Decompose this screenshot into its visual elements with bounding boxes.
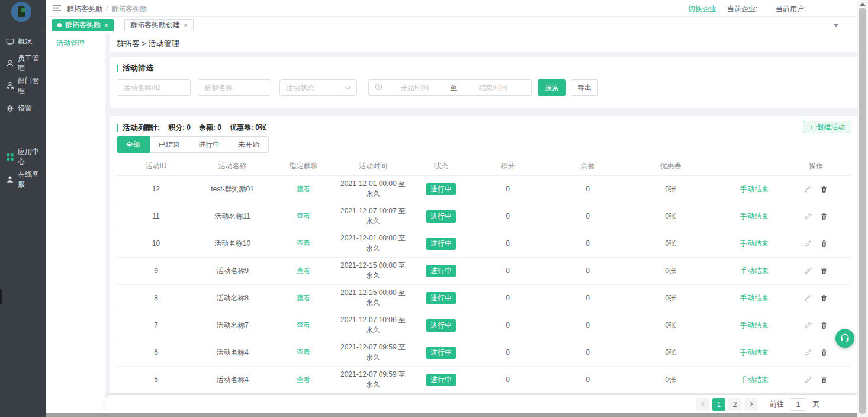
manual-end-link[interactable]: 手动结束 xyxy=(740,211,769,222)
page-button-2[interactable]: 2 xyxy=(728,398,741,411)
table-row: 11 活动名称11 查看 2021-12-07 10:07 至 永久 进行中 0… xyxy=(117,203,850,230)
status-badge: 进行中 xyxy=(426,238,456,250)
tab-all[interactable]: 全部 xyxy=(117,136,150,153)
cell-activity-id: 12 xyxy=(117,175,195,203)
edit-icon[interactable] xyxy=(804,322,812,329)
edit-icon[interactable] xyxy=(804,294,812,302)
col-actions: 操作 xyxy=(708,158,850,175)
table-row: 8 活动名称8 查看 2021-12-15 00:00 至 永久 进行中 0 0… xyxy=(117,284,850,312)
hamburger-icon[interactable] xyxy=(53,4,62,12)
export-button[interactable]: 导出 xyxy=(571,79,598,96)
sidebar-item-online-support[interactable]: 在线客服 xyxy=(0,171,46,188)
edit-icon[interactable] xyxy=(804,240,812,248)
view-group-link[interactable]: 查看 xyxy=(297,267,311,275)
activity-name-input[interactable] xyxy=(117,79,191,96)
goto-page-input[interactable] xyxy=(790,398,806,411)
tab-in-progress[interactable]: 进行中 xyxy=(189,136,229,153)
sidebar-item-staff[interactable]: 员工管理 xyxy=(0,54,46,72)
manual-end-link[interactable]: 手动结束 xyxy=(740,348,769,358)
delete-icon[interactable] xyxy=(820,322,828,329)
col-activity-time: 活动时间 xyxy=(337,158,409,175)
tabs-dropdown-caret-icon[interactable] xyxy=(833,24,839,27)
scroll-up-arrow-icon[interactable] xyxy=(860,2,866,6)
sidebar-item-overview[interactable]: 概况 xyxy=(0,33,46,50)
cell-activity-name: 活动名称4 xyxy=(195,339,269,366)
manual-end-link[interactable]: 手动结束 xyxy=(740,293,769,303)
submenu-item-activity-management[interactable]: 活动管理 xyxy=(56,39,85,49)
date-range-picker[interactable]: 开始时间 至 结束时间 xyxy=(368,79,532,96)
edit-icon[interactable] xyxy=(804,185,812,193)
edge-handle xyxy=(0,289,2,304)
delete-icon[interactable] xyxy=(820,185,828,193)
current-user-label: 当前用户: xyxy=(776,4,806,14)
edit-icon[interactable] xyxy=(804,349,812,357)
delete-icon[interactable] xyxy=(820,349,828,357)
time-end: 永久 xyxy=(337,352,409,363)
prev-page-button[interactable] xyxy=(696,398,709,411)
summary-coupons: 优惠卷: 0张 xyxy=(230,123,266,133)
manual-end-link[interactable]: 手动结束 xyxy=(740,375,769,385)
page-button-1[interactable]: 1 xyxy=(712,398,725,411)
tab-label: 群拓客奖励 xyxy=(65,20,101,30)
breadcrumb: 群拓客奖励/群拓客奖励 xyxy=(67,4,147,14)
tab-ended[interactable]: 已结束 xyxy=(150,136,189,153)
cell-activity-name: 活动名称4 xyxy=(195,366,269,393)
app-logo[interactable] xyxy=(11,2,31,22)
time-start: 2021-12-15 00:00 至 xyxy=(337,288,409,298)
edit-icon[interactable] xyxy=(804,213,812,220)
switch-company-link[interactable]: 切换企业 xyxy=(688,4,716,14)
breadcrumb-root[interactable]: 群拓客奖励 xyxy=(67,5,102,13)
scrollbar-thumb[interactable] xyxy=(859,8,866,414)
create-activity-button[interactable]: + 创建活动 xyxy=(803,121,851,133)
close-icon[interactable]: × xyxy=(104,22,108,29)
table-row: 7 活动名称7 查看 2021-12-07 10:06 至 永久 进行中 0 0… xyxy=(117,312,850,339)
time-start: 2021-12-07 09:59 至 xyxy=(337,342,409,352)
time-start: 2021-12-07 10:06 至 xyxy=(337,315,409,325)
filter-section-header: 活动筛选 xyxy=(117,63,153,73)
cell-points: 0 xyxy=(474,230,542,257)
manual-end-link[interactable]: 手动结束 xyxy=(740,239,769,249)
search-button[interactable]: 搜索 xyxy=(538,79,566,96)
sidebar-item-settings[interactable]: 设置 xyxy=(0,100,46,117)
view-group-link[interactable]: 查看 xyxy=(297,376,311,384)
view-group-link[interactable]: 查看 xyxy=(297,321,311,329)
sidebar-item-app-center[interactable]: 应用中心 xyxy=(0,148,46,166)
delete-icon[interactable] xyxy=(820,213,828,220)
tab-group-reward-create[interactable]: 群拓客奖励创建 × xyxy=(124,19,194,31)
delete-icon[interactable] xyxy=(820,376,828,384)
delete-icon[interactable] xyxy=(820,240,828,248)
view-group-link[interactable]: 查看 xyxy=(297,348,311,357)
cell-points: 0 xyxy=(474,284,542,312)
delete-icon[interactable] xyxy=(820,267,828,275)
next-page-button[interactable] xyxy=(744,398,757,411)
close-icon[interactable]: × xyxy=(184,22,188,29)
sidebar-item-label: 应用中心 xyxy=(18,147,46,167)
tab-not-started[interactable]: 未开始 xyxy=(229,136,269,153)
activity-status-select[interactable]: 活动状态 xyxy=(279,79,357,96)
view-group-link[interactable]: 查看 xyxy=(297,212,311,220)
time-start: 2021-12-01 00:00 至 xyxy=(337,179,409,189)
edit-icon[interactable] xyxy=(804,267,812,275)
status-badge: 进行中 xyxy=(426,292,456,304)
cell-points: 0 xyxy=(474,175,542,203)
cell-balance: 0 xyxy=(542,175,634,203)
submenu-sidebar: 活动管理 xyxy=(46,33,105,413)
tab-group-reward[interactable]: 群拓客奖励 × xyxy=(52,19,114,31)
view-group-link[interactable]: 查看 xyxy=(297,239,311,248)
group-name-input[interactable] xyxy=(198,79,271,96)
support-float-button[interactable] xyxy=(835,329,854,348)
horizontal-scrollbar-strip[interactable] xyxy=(46,413,857,417)
cell-actions: 手动结束 xyxy=(708,203,850,230)
col-activity-name: 活动名称 xyxy=(195,158,269,175)
manual-end-link[interactable]: 手动结束 xyxy=(740,320,769,331)
view-group-link[interactable]: 查看 xyxy=(297,294,311,302)
sidebar-item-department[interactable]: 部门管理 xyxy=(0,77,46,95)
cell-coupons: 0张 xyxy=(634,257,708,284)
manual-end-link[interactable]: 手动结束 xyxy=(740,266,769,276)
manual-end-link[interactable]: 手动结束 xyxy=(740,184,769,194)
view-group-link[interactable]: 查看 xyxy=(297,185,311,193)
col-status: 状态 xyxy=(409,158,474,175)
delete-icon[interactable] xyxy=(820,294,828,302)
gear-icon xyxy=(6,104,14,113)
edit-icon[interactable] xyxy=(804,376,812,384)
